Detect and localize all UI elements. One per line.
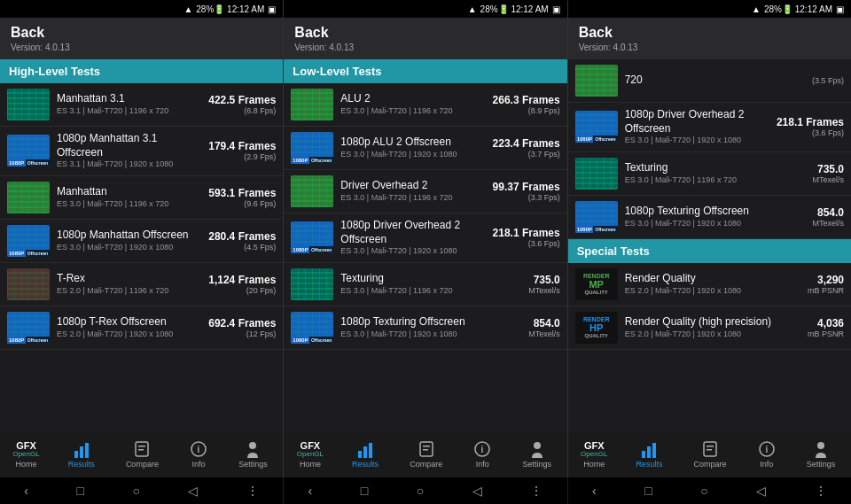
test-item-p3-driver-overhead2-1080p[interactable]: 1080P Offscreen 1080p Driver Overhead 2 … [568, 103, 851, 152]
svg-text:i: i [198, 445, 200, 454]
test-item-trex-1080p[interactable]: 1080P Offscreen 1080p T-Rex Offscreen ES… [0, 306, 283, 350]
test-score-driver-overhead2: 99.37 Frames (3.3 Fps) [493, 181, 560, 202]
test-desc-driver-overhead2: ES 3.0 | Mali-T720 | 1196 x 720 [340, 193, 485, 204]
sys-back-2[interactable]: ‹ [308, 484, 313, 498]
test-info-manhattan-1080p: 1080p Manhattan Offscreen ES 3.0 | Mali-… [57, 229, 201, 252]
panel1-content[interactable]: Manhattan 3.1 ES 3.1 | Mali-T720 | 1196 … [0, 83, 283, 431]
panel3-back-button[interactable]: Back [579, 25, 840, 41]
sys-triangle-3[interactable]: ◁ [756, 484, 766, 498]
test-item-alu2[interactable]: ALU 2 ES 3.0 | Mali-T720 | 1196 x 720 26… [284, 83, 566, 127]
panel1-back-button[interactable]: Back [11, 25, 272, 41]
panel3-content[interactable]: 720 (3.5 Fps) 1080P Offscreen 1080p Driv… [568, 59, 851, 431]
test-desc-manhattan31: ES 3.1 | Mali-T720 | 1196 x 720 [57, 106, 201, 117]
svg-point-26 [817, 442, 824, 449]
sys-dots-1[interactable]: ⋮ [246, 484, 259, 498]
test-name-p3-driver-overhead2-1080p: 1080p Driver Overhead 2 Offscreen [625, 108, 769, 136]
sys-back-1[interactable]: ‹ [24, 484, 28, 498]
sys-triangle-2[interactable]: ◁ [472, 484, 482, 498]
nav-settings-2[interactable]: Settings [518, 437, 558, 472]
test-item-texturing[interactable]: Texturing ES 3.0 | Mali-T720 | 1196 x 72… [284, 263, 566, 306]
panel1-version: Version: 4.0.13 [11, 43, 272, 52]
nav-panel-3: GFX OpenGL Home Results [568, 431, 851, 477]
test-item-render-quality[interactable]: RENDER MP QUALITY Render Quality ES 2.0 … [568, 263, 851, 306]
test-name-driver-overhead2: Driver Overhead 2 [340, 179, 485, 193]
nav-info-3[interactable]: i Info [753, 437, 781, 472]
nav-settings-label-2: Settings [523, 460, 552, 469]
test-desc-render-quality: ES 2.0 | Mali-T720 | 1920 x 1080 [625, 286, 775, 297]
test-item-texturing-1080p[interactable]: 1080P Offscreen 1080p Texturing Offscree… [284, 306, 566, 350]
sys-dots-2[interactable]: ⋮ [530, 484, 543, 498]
test-item-alu2-1080p[interactable]: 1080P Offscreen 1080p ALU 2 Offscreen ES… [284, 127, 566, 170]
sys-square-2[interactable]: □ [361, 484, 368, 498]
info-icon-3: i [758, 440, 776, 458]
nav-results-3[interactable]: Results [630, 437, 668, 472]
test-info-manhattan31-1080p: 1080p Manhattan 3.1 Offscreen ES 3.1 | M… [57, 132, 201, 170]
nav-compare-label-2: Compare [410, 460, 442, 469]
sys-circle-1[interactable]: ○ [132, 484, 139, 498]
status-signal-3: ▲ [752, 4, 761, 14]
test-item-720-partial[interactable]: 720 (3.5 Fps) [568, 59, 851, 103]
panel2-content[interactable]: ALU 2 ES 3.0 | Mali-T720 | 1196 x 720 26… [284, 83, 566, 431]
test-info-manhattan: Manhattan ES 3.0 | Mali-T720 | 1196 x 72… [57, 185, 201, 209]
nav-settings-3[interactable]: Settings [801, 437, 841, 472]
sys-back-3[interactable]: ‹ [592, 484, 597, 498]
test-item-manhattan31[interactable]: Manhattan 3.1 ES 3.1 | Mali-T720 | 1196 … [0, 83, 283, 127]
test-name-720: 720 [625, 74, 775, 88]
test-info-p3-driver-overhead2-1080p: 1080p Driver Overhead 2 Offscreen ES 3.0… [625, 108, 769, 146]
test-item-render-quality-hp[interactable]: RENDER HP QUALITY Render Quality (high p… [568, 306, 851, 350]
sys-dots-3[interactable]: ⋮ [815, 484, 827, 498]
sys-circle-3[interactable]: ○ [700, 484, 707, 498]
test-info-alu2-1080p: 1080p ALU 2 Offscreen ES 3.0 | Mali-T720… [340, 136, 485, 159]
test-item-manhattan-1080p[interactable]: 1080P Offscreen 1080p Manhattan Offscree… [0, 220, 283, 263]
status-time-2: 28%🔋 12:12 AM [480, 4, 549, 14]
test-info-driver-overhead2: Driver Overhead 2 ES 3.0 | Mali-T720 | 1… [340, 179, 485, 203]
sys-triangle-1[interactable]: ◁ [188, 484, 198, 498]
nav-info-1[interactable]: i Info [184, 437, 213, 472]
test-item-p3-texturing[interactable]: Texturing ES 3.0 | Mali-T720 | 1196 x 72… [568, 152, 851, 196]
panel2-back-button[interactable]: Back [294, 25, 556, 41]
nav-home-2[interactable]: GFX OpenGL Home [294, 437, 326, 472]
nav-home-3[interactable]: GFX OpenGL Home [578, 437, 610, 472]
nav-compare-1[interactable]: Compare [121, 437, 164, 472]
test-item-driver-overhead2[interactable]: Driver Overhead 2 ES 3.0 | Mali-T720 | 1… [284, 170, 566, 213]
nav-home-label-2: Home [300, 460, 321, 469]
svg-text:i: i [481, 445, 484, 454]
test-item-trex[interactable]: T-Rex ES 2.0 | Mali-T720 | 1196 x 720 1,… [0, 263, 283, 306]
nav-home-1[interactable]: GFX OpenGL Home [11, 437, 43, 472]
test-desc-texturing: ES 3.0 | Mali-T720 | 1196 x 720 [340, 286, 490, 297]
nav-results-2[interactable]: Results [347, 437, 384, 472]
sys-square-3[interactable]: □ [644, 484, 652, 498]
test-item-p3-texturing-1080p[interactable]: 1080P Offscreen 1080p Texturing Offscree… [568, 196, 851, 239]
test-item-driver-overhead2-1080p[interactable]: 1080P Offscreen 1080p Driver Overhead 2 … [284, 213, 566, 263]
test-item-manhattan31-1080p[interactable]: 1080P Offscreen 1080p Manhattan 3.1 Offs… [0, 127, 283, 176]
test-info-texturing-1080p: 1080p Texturing Offscreen ES 3.0 | Mali-… [340, 315, 490, 339]
svg-rect-5 [138, 449, 144, 451]
svg-text:i: i [765, 445, 768, 454]
nav-info-label-2: Info [476, 460, 489, 469]
test-item-manhattan[interactable]: Manhattan ES 3.0 | Mali-T720 | 1196 x 72… [0, 176, 283, 220]
nav-home-label-3: Home [583, 460, 605, 469]
nav-results-label-1: Results [68, 460, 95, 469]
sys-circle-2[interactable]: ○ [417, 484, 424, 498]
test-thumb-driver-overhead2-1080p: 1080P Offscreen [291, 221, 333, 253]
panel3-version: Version: 4.0.13 [579, 43, 840, 52]
test-info-texturing: Texturing ES 3.0 | Mali-T720 | 1196 x 72… [340, 272, 490, 296]
status-battery-2: ▣ [552, 4, 560, 14]
special-tests-section-header: Special Tests [568, 239, 851, 263]
settings-icon-2 [528, 440, 546, 458]
nav-compare-3[interactable]: Compare [689, 437, 732, 472]
nav-info-label-1: Info [192, 460, 206, 469]
nav-settings-label-3: Settings [807, 460, 836, 469]
test-score-manhattan31-1080p: 179.4 Frames (2.9 Fps) [208, 140, 276, 161]
nav-settings-1[interactable]: Settings [233, 437, 273, 472]
test-name-trex-1080p: 1080p T-Rex Offscreen [57, 315, 201, 330]
test-score-alu2: 266.3 Frames (8.9 Fps) [493, 94, 560, 115]
settings-icon-1 [244, 440, 262, 458]
sys-square-1[interactable]: □ [76, 484, 83, 498]
results-icon-2 [356, 440, 374, 458]
nav-panel-1: GFX OpenGL Home Results [0, 431, 284, 477]
test-desc-p3-texturing-1080p: ES 3.0 | Mali-T720 | 1920 x 1080 [625, 219, 775, 229]
nav-results-1[interactable]: Results [63, 437, 100, 472]
nav-compare-2[interactable]: Compare [404, 437, 448, 472]
nav-info-2[interactable]: i Info [468, 437, 496, 472]
